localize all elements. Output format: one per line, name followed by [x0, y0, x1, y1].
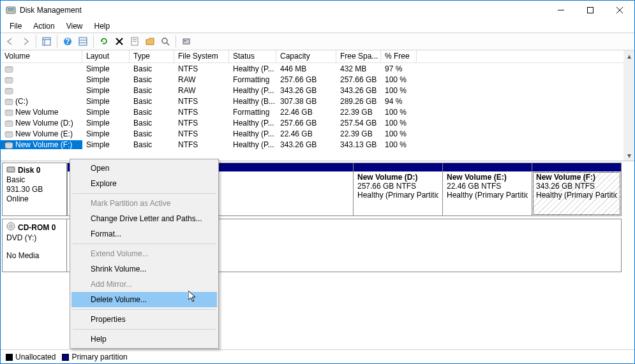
disk-icon — [4, 98, 13, 105]
cell-pct: 100 % — [381, 75, 417, 84]
cell-fs: NTFS — [174, 97, 229, 106]
back-button[interactable] — [3, 34, 17, 48]
col-type[interactable]: Type — [130, 50, 174, 63]
context-menu-item[interactable]: Open — [71, 161, 217, 176]
close-button[interactable] — [605, 1, 634, 20]
cell-type: Basic — [130, 129, 174, 138]
cell-type: Basic — [130, 75, 174, 84]
disk-label-panel[interactable]: Disk 0Basic931.30 GBOnline — [2, 163, 67, 216]
menu-view[interactable]: View — [61, 20, 88, 32]
volume-row[interactable]: New Volume (D:)SimpleBasicNTFSHealthy (P… — [1, 117, 634, 128]
context-menu-item[interactable]: Shrink Volume... — [71, 261, 217, 277]
cell-free: 432 MB — [336, 64, 381, 73]
cell-free: 22.39 GB — [336, 129, 381, 138]
col-volume[interactable]: Volume — [1, 50, 82, 63]
menu-help[interactable]: Help — [89, 20, 116, 32]
volume-list-body: SimpleBasicNTFSHealthy (P...446 MB432 MB… — [1, 63, 634, 150]
partition-body: New Volume (F:)343.26 GB NTFSHealthy (Pr… — [532, 171, 621, 215]
menu-action[interactable]: Action — [28, 20, 59, 32]
context-menu-item[interactable]: Explore — [71, 176, 217, 191]
volume-row[interactable]: SimpleBasicRAWHealthy (P...343.26 GB343.… — [1, 85, 634, 96]
volume-row[interactable]: (C:)SimpleBasicNTFSHealthy (B...307.38 G… — [1, 96, 634, 106]
partition[interactable]: New Volume (E:)22.46 GB NTFSHealthy (Pri… — [443, 163, 532, 216]
refresh-button[interactable] — [97, 34, 111, 48]
context-menu-item[interactable]: Properties — [71, 312, 217, 327]
svg-rect-7 — [43, 38, 50, 45]
cell-type: Basic — [130, 64, 174, 73]
cell-type: Basic — [130, 119, 174, 127]
context-menu: OpenExploreMark Partition as ActiveChang… — [70, 159, 219, 349]
vertical-scrollbar[interactable]: ▴ ▾ — [624, 50, 634, 161]
toolbar-separator — [57, 35, 57, 48]
partition[interactable]: New Volume (F:)343.26 GB NTFSHealthy (Pr… — [532, 163, 622, 216]
partition-status: Healthy (Primary Partition) — [357, 191, 438, 200]
volume-row[interactable]: SimpleBasicRAWFormatting257.66 GB257.66 … — [1, 74, 634, 85]
svg-rect-2 — [8, 10, 14, 11]
disk-icon — [6, 166, 15, 175]
explore-button[interactable] — [143, 34, 157, 48]
help-button[interactable]: ? — [61, 34, 75, 48]
col-layout[interactable]: Layout — [82, 50, 130, 63]
svg-rect-4 — [588, 8, 594, 13]
volume-row[interactable]: New VolumeSimpleBasicNTFSFormatting22.46… — [1, 106, 634, 117]
volume-row[interactable]: New Volume (F:)SimpleBasicNTFSHealthy (P… — [1, 139, 634, 150]
cell-capacity: 307.38 GB — [276, 97, 336, 106]
cell-volume: New Volume (F:) — [1, 140, 82, 149]
cell-free: 257.54 GB — [336, 119, 381, 127]
scroll-track[interactable] — [624, 61, 634, 150]
toolbar-separator — [93, 35, 94, 48]
show-hide-button[interactable] — [40, 34, 54, 48]
find-button[interactable] — [158, 34, 172, 48]
context-menu-item[interactable]: Change Drive Letter and Paths... — [71, 211, 217, 226]
cell-capacity: 343.26 GB — [276, 86, 336, 95]
properties-button[interactable] — [128, 34, 142, 48]
cell-fs: NTFS — [174, 119, 229, 127]
cell-status: Healthy (P... — [229, 86, 276, 95]
cell-pct: 97 % — [381, 64, 417, 73]
volume-row[interactable]: SimpleBasicNTFSHealthy (P...446 MB432 MB… — [1, 63, 634, 74]
col-filesystem[interactable]: File System — [174, 50, 229, 63]
scroll-up-icon[interactable]: ▴ — [624, 50, 634, 61]
cell-capacity: 257.66 GB — [276, 119, 336, 127]
cell-status: Healthy (P... — [229, 64, 276, 73]
cell-free: 289.26 GB — [336, 97, 381, 106]
toolbar: ? — [1, 33, 634, 50]
cell-status: Healthy (P... — [229, 140, 276, 149]
volume-row[interactable]: New Volume (E:)SimpleBasicNTFSHealthy (P… — [1, 128, 634, 139]
cell-type: Basic — [130, 97, 174, 106]
context-menu-item[interactable]: Format... — [71, 226, 217, 242]
cell-capacity: 343.26 GB — [276, 140, 336, 149]
col-freespace[interactable]: Free Spa... — [336, 50, 381, 63]
settings-button[interactable] — [76, 34, 90, 48]
cell-free: 343.13 GB — [336, 140, 381, 149]
svg-line-21 — [167, 43, 169, 45]
partition[interactable]: New Volume (D:)257.66 GB NTFSHealthy (Pr… — [354, 163, 443, 216]
cell-type: Basic — [130, 108, 174, 117]
delete-button[interactable] — [112, 34, 126, 48]
partition-name: New Volume (F:) — [536, 173, 617, 182]
cell-pct: 100 % — [381, 86, 417, 95]
cell-capacity: 22.46 GB — [276, 129, 336, 138]
maximize-button[interactable] — [576, 1, 605, 20]
disk-label-panel[interactable]: CD-ROM 0DVD (Y:)No Media — [2, 219, 67, 272]
action-button[interactable] — [179, 34, 193, 48]
col-capacity[interactable]: Capacity — [276, 50, 336, 63]
scroll-down-icon[interactable]: ▾ — [624, 150, 634, 161]
context-menu-item: Mark Partition as Active — [71, 196, 217, 211]
col-pctfree[interactable]: % Free — [381, 50, 417, 63]
forward-button[interactable] — [19, 34, 33, 48]
disk-icon — [4, 120, 13, 126]
context-menu-item[interactable]: Delete Volume... — [71, 292, 217, 307]
cell-layout: Simple — [82, 108, 130, 117]
cell-free: 343.26 GB — [336, 86, 381, 95]
col-status[interactable]: Status — [229, 50, 276, 63]
partition-body: New Volume (D:)257.66 GB NTFSHealthy (Pr… — [354, 171, 442, 215]
cell-type: Basic — [130, 86, 174, 95]
context-menu-item[interactable]: Help — [71, 331, 217, 347]
menu-file[interactable]: File — [4, 20, 27, 32]
disk-status: No Media — [6, 251, 63, 260]
cell-pct: 100 % — [381, 119, 417, 127]
partition-stripe — [354, 163, 442, 171]
minimize-button[interactable] — [546, 1, 576, 20]
svg-rect-23 — [184, 40, 186, 41]
